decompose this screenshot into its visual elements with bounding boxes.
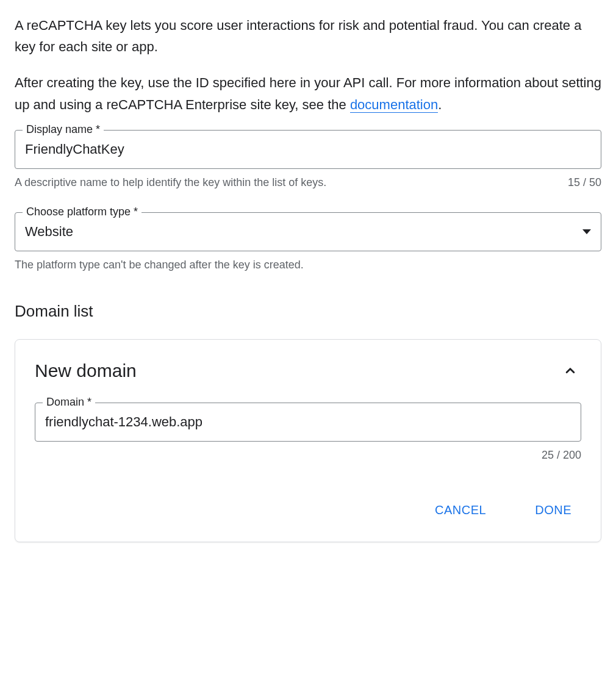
collapse-button[interactable]: [559, 359, 581, 383]
new-domain-card: New domain Domain * 25 / 200 CANCEL DONE: [15, 339, 601, 542]
platform-type-label: Choose platform type *: [23, 206, 141, 218]
new-domain-title: New domain: [35, 360, 137, 381]
domain-list-heading: Domain list: [15, 302, 601, 321]
platform-type-select[interactable]: Website: [25, 213, 591, 251]
display-name-label: Display name *: [23, 123, 104, 136]
domain-counter: 25 / 200: [542, 449, 581, 462]
display-name-hint: A descriptive name to help identify the …: [15, 176, 326, 189]
domain-input[interactable]: [45, 403, 571, 441]
display-name-input[interactable]: [25, 131, 591, 168]
intro-text: After creating the key, use the ID speci…: [15, 75, 601, 112]
intro-period: .: [438, 97, 442, 112]
platform-type-hint: The platform type can't be changed after…: [15, 259, 304, 271]
display-name-counter: 15 / 50: [568, 176, 601, 189]
chevron-up-icon: [562, 362, 579, 379]
intro-paragraph-1: A reCAPTCHA key lets you score user inte…: [15, 15, 601, 57]
cancel-button[interactable]: CANCEL: [425, 498, 496, 522]
documentation-link[interactable]: documentation: [350, 97, 438, 113]
intro-paragraph-2: After creating the key, use the ID speci…: [15, 72, 601, 115]
done-button[interactable]: DONE: [525, 498, 581, 522]
display-name-field: Display name *: [15, 130, 601, 169]
platform-type-value: Website: [25, 213, 578, 251]
domain-field: Domain *: [35, 403, 581, 442]
caret-down-icon: [582, 229, 591, 234]
domain-label: Domain *: [43, 396, 95, 409]
platform-type-field: Choose platform type * Website: [15, 212, 601, 251]
